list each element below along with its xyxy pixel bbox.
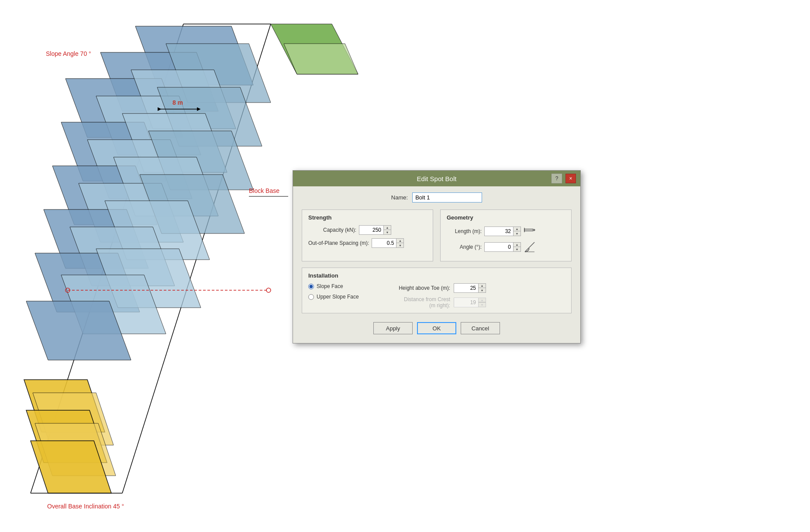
svg-marker-30: [26, 410, 107, 463]
svg-marker-24: [61, 275, 166, 334]
height-fields: Height above Toe (m): ▲ ▼ Distance from …: [387, 283, 486, 309]
spacing-down-btn[interactable]: ▼: [396, 243, 403, 247]
svg-marker-7: [166, 44, 271, 103]
height-above-toe-spinner-btns: ▲ ▼: [478, 284, 486, 292]
angle-spinner-btns: ▲ ▼: [513, 243, 520, 251]
svg-marker-21: [70, 227, 175, 286]
geometry-panel: Geometry Length (m): ▲ ▼: [440, 209, 572, 261]
svg-marker-28: [24, 380, 105, 432]
distance-from-crest-up-btn: ▲: [479, 298, 486, 302]
angle-up-btn[interactable]: ▲: [514, 243, 520, 247]
slope-face-label: Slope Face: [317, 283, 343, 289]
ok-button[interactable]: OK: [417, 322, 456, 334]
capacity-spinner-btns: ▲ ▼: [383, 226, 391, 234]
svg-marker-9: [96, 96, 201, 155]
geometry-title: Geometry: [447, 214, 565, 221]
height-above-toe-down-btn[interactable]: ▼: [479, 288, 486, 292]
svg-marker-10: [61, 122, 166, 181]
slope-face-radio-label[interactable]: Slope Face: [308, 283, 378, 289]
capacity-spinner[interactable]: ▲ ▼: [359, 225, 391, 235]
installation-title: Installation: [308, 272, 565, 279]
upper-slope-face-radio[interactable]: [308, 294, 314, 300]
svg-marker-4: [135, 26, 253, 85]
name-label: Name:: [391, 194, 408, 201]
svg-marker-31: [35, 423, 116, 476]
capacity-down-btn[interactable]: ▼: [384, 230, 391, 234]
spacing-label: Out-of-Plane Spacing (m):: [308, 240, 369, 246]
slope-face-radio[interactable]: [308, 284, 314, 289]
angle-row: Angle (°): ▲ ▼: [447, 241, 565, 253]
svg-line-1: [31, 24, 183, 493]
angle-down-btn[interactable]: ▼: [514, 247, 520, 251]
length-row: Length (m): ▲ ▼: [447, 225, 565, 237]
bolt-angle-icon[interactable]: [524, 241, 536, 253]
distance-from-crest-input: [454, 299, 478, 306]
svg-line-44: [525, 242, 534, 252]
svg-line-2: [122, 24, 271, 493]
spacing-spinner[interactable]: ▲ ▼: [372, 238, 404, 248]
angle-spinner[interactable]: ▲ ▼: [484, 242, 521, 252]
upper-slope-face-label: Upper Slope Face: [317, 294, 359, 300]
spacing-spinner-btns: ▲ ▼: [396, 239, 403, 247]
installation-section: Installation Slope Face Upper Slope Face: [302, 268, 572, 313]
overall-base-label: Overall Base Inclination 45 °: [47, 503, 124, 510]
height-above-toe-row: Height above Toe (m): ▲ ▼: [387, 283, 486, 293]
close-button[interactable]: ×: [565, 174, 576, 183]
bolt-length-icon[interactable]: [524, 225, 536, 237]
distance-from-crest-spinner-btns: ▲ ▼: [478, 298, 486, 307]
svg-marker-19: [140, 175, 245, 233]
svg-marker-17: [79, 183, 183, 242]
distance-from-crest-row: Distance from Crest(m right): ▲ ▼: [387, 296, 486, 309]
spacing-input[interactable]: [372, 239, 396, 247]
distance-from-crest-label: Distance from Crest(m right):: [387, 296, 450, 309]
svg-marker-18: [44, 209, 148, 268]
length-up-btn[interactable]: ▲: [514, 227, 520, 231]
svg-marker-11: [157, 87, 262, 146]
name-row: Name:: [302, 192, 572, 203]
upper-slope-face-radio-label[interactable]: Upper Slope Face: [308, 294, 378, 300]
strength-title: Strength: [308, 214, 427, 221]
angle-label: Angle (°):: [447, 244, 482, 250]
dialog-titlebar: Edit Spot Bolt ? ×: [293, 171, 580, 186]
svg-text:8 m: 8 m: [172, 99, 183, 106]
height-above-toe-spinner[interactable]: ▲ ▼: [454, 283, 486, 293]
cancel-button[interactable]: Cancel: [461, 322, 500, 334]
height-above-toe-up-btn[interactable]: ▲: [479, 284, 486, 288]
capacity-input[interactable]: [359, 226, 383, 234]
length-spinner[interactable]: ▲ ▼: [484, 227, 521, 236]
height-above-toe-label: Height above Toe (m):: [387, 285, 450, 291]
svg-point-34: [65, 288, 70, 292]
svg-marker-6: [65, 79, 183, 137]
apply-button[interactable]: Apply: [373, 322, 413, 334]
spacing-row: Out-of-Plane Spacing (m): ▲ ▼: [308, 238, 427, 248]
block-base-label: Block Base: [249, 187, 279, 194]
slope-angle-label: Slope Angle 70 °: [46, 50, 91, 57]
installation-top: Slope Face Upper Slope Face Height above…: [308, 283, 565, 309]
height-above-toe-input[interactable]: [454, 284, 478, 292]
svg-marker-27: [284, 44, 358, 74]
distance-from-crest-down-btn: ▼: [479, 302, 486, 307]
svg-marker-5: [100, 52, 218, 111]
svg-marker-14: [52, 166, 157, 225]
capacity-up-btn[interactable]: ▲: [384, 226, 391, 230]
installation-radio-group: Slope Face Upper Slope Face: [308, 283, 378, 300]
edit-spot-bolt-dialog: Edit Spot Bolt ? × Name: Strength Capaci…: [293, 170, 581, 343]
length-label: Length (m):: [447, 228, 482, 234]
dialog-body: Name: Strength Capacity (kN): ▲ ▼: [293, 186, 580, 343]
capacity-label: Capacity (kN):: [308, 227, 356, 233]
length-input[interactable]: [485, 227, 513, 235]
svg-marker-12: [122, 113, 227, 172]
svg-marker-26: [271, 24, 358, 74]
name-input[interactable]: [412, 192, 482, 203]
svg-marker-20: [105, 201, 210, 260]
length-down-btn[interactable]: ▼: [514, 231, 520, 236]
panels-row: Strength Capacity (kN): ▲ ▼ Out-of-Plane…: [302, 209, 572, 261]
length-spinner-btns: ▲ ▼: [513, 227, 520, 236]
angle-input[interactable]: [485, 243, 513, 251]
help-button[interactable]: ?: [551, 174, 562, 183]
spacing-up-btn[interactable]: ▲: [396, 239, 403, 243]
capacity-row: Capacity (kN): ▲ ▼: [308, 225, 427, 235]
svg-rect-40: [524, 229, 533, 231]
svg-marker-16: [114, 157, 218, 216]
dialog-title: Edit Spot Bolt: [324, 175, 550, 182]
